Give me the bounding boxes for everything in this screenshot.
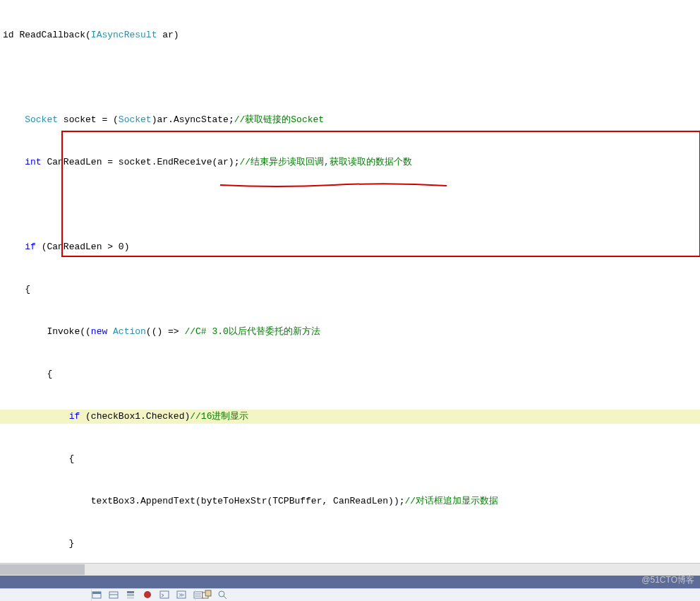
svg-rect-4 (127, 591, 134, 593)
svg-rect-15 (205, 590, 211, 596)
breakpoints-icon[interactable] (143, 590, 152, 600)
code-line (0, 71, 700, 85)
code-line: int CanReadLen = socket.EndReceive(ar);/… (0, 155, 700, 169)
code-line: { (0, 367, 700, 381)
svg-rect-5 (127, 594, 134, 596)
svg-line-17 (224, 596, 227, 599)
immediate-window-icon[interactable]: ≫ (176, 590, 186, 600)
code-editor: id ReadCallback(IAsyncResult ar) Socket … (0, 0, 700, 601)
svg-rect-1 (92, 592, 101, 594)
bottom-toolbar: ≫ (0, 588, 700, 601)
code-line: if (CanReadLen > 0) (0, 240, 700, 254)
code-line (0, 198, 700, 212)
svg-point-16 (219, 591, 224, 597)
code-line: { (0, 452, 700, 466)
svg-point-7 (144, 591, 151, 598)
code-line: Socket socket = (Socket)ar.AsyncState;//… (0, 113, 700, 127)
code-line: { (0, 282, 700, 297)
locals-window-icon[interactable] (92, 590, 102, 600)
code-line: if (checkBox1.Checked)//16进制显示 (0, 410, 700, 424)
autos-window-icon[interactable] (109, 590, 119, 600)
horizontal-scrollbar[interactable] (0, 563, 700, 576)
processes-icon[interactable] (202, 590, 212, 601)
code-line: } (0, 537, 700, 551)
code-line: textBox3.AppendText(byteToHexStr(TCPBuff… (0, 494, 700, 508)
command-window-icon[interactable] (159, 590, 169, 600)
code-line: Invoke((new Action(() => //C# 3.0以后代替委托的… (0, 325, 700, 339)
panel-divider (0, 576, 700, 589)
svg-rect-6 (127, 597, 134, 599)
find-symbol-icon[interactable] (217, 590, 227, 601)
toolbar-separator (195, 590, 195, 600)
svg-text:≫: ≫ (179, 592, 184, 598)
code-area[interactable]: id ReadCallback(IAsyncResult ar) Socket … (0, 0, 700, 558)
code-line: id ReadCallback(IAsyncResult ar) (0, 28, 700, 42)
call-stack-icon[interactable] (126, 590, 135, 600)
svg-rect-8 (160, 591, 169, 598)
scrollbar-thumb[interactable] (0, 564, 85, 575)
